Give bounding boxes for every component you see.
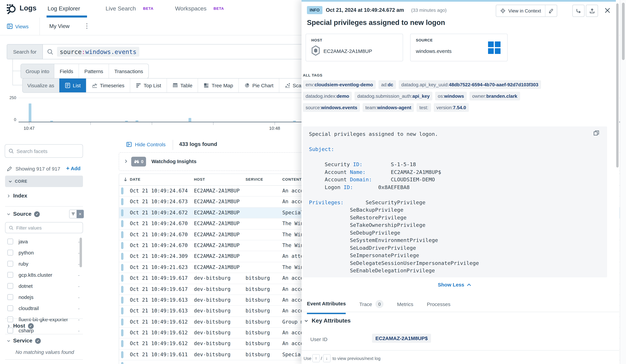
- tag-datadog.api_key_uuid[interactable]: datadog.api_key_uuid:48db7522-6594-4b70-…: [399, 80, 541, 89]
- visualize-tree-map[interactable]: Tree Map: [198, 78, 239, 92]
- tag-os[interactable]: os:windows: [435, 92, 467, 101]
- tab-live-search[interactable]: Live Search: [106, 5, 136, 12]
- facet-value-nodejs[interactable]: nodejs-: [5, 291, 83, 303]
- status-level-pill: [121, 264, 123, 271]
- column-header-content[interactable]: CONTENT: [282, 177, 302, 181]
- search-icon: [8, 148, 14, 154]
- facet-value-ruby[interactable]: ruby-: [5, 258, 83, 269]
- chart-bar[interactable]: [136, 120, 138, 122]
- checkbox[interactable]: [7, 283, 13, 289]
- log-cell: The Win: [282, 264, 304, 270]
- edit-facets-icon[interactable]: [7, 166, 12, 172]
- chart-bar[interactable]: [189, 118, 191, 122]
- panel-tab-label: Trace: [359, 301, 372, 307]
- tag-value: 7.54.0: [453, 105, 466, 110]
- facet-value-dotnet[interactable]: dotnet-: [5, 280, 83, 291]
- view-options-kebab-icon[interactable]: ⋮: [84, 22, 90, 30]
- facet-service[interactable]: Service ✓: [7, 338, 41, 344]
- facet-value-java[interactable]: java-: [5, 236, 83, 247]
- share-export-button[interactable]: [586, 5, 598, 17]
- tag-ad[interactable]: ad:dc: [378, 80, 396, 89]
- add-facet-label: Add: [71, 165, 80, 171]
- log-cell: The Win: [282, 242, 304, 248]
- column-header-service[interactable]: SERVICE: [245, 177, 263, 181]
- hint-separator: /: [321, 356, 322, 361]
- facet-source[interactable]: Source ✓: [7, 211, 40, 217]
- facet-index[interactable]: Index: [7, 193, 27, 199]
- column-header-date[interactable]: DATE: [130, 177, 141, 181]
- filter-icon[interactable]: [70, 210, 77, 218]
- clear-filter-icon[interactable]: ✕: [77, 210, 84, 218]
- checkbox[interactable]: [7, 250, 13, 255]
- tag-source[interactable]: source:windows.events: [303, 103, 360, 112]
- column-header-host[interactable]: HOST: [194, 177, 205, 181]
- attribute-value[interactable]: EC2AMAZ-2A1M8UP$: [372, 334, 431, 343]
- hide-controls-button[interactable]: Hide Controls: [126, 142, 166, 147]
- add-facet-button[interactable]: + Add: [66, 165, 80, 172]
- source-card[interactable]: SOURCE windows.events: [410, 34, 508, 61]
- edit-icon[interactable]: [545, 5, 557, 17]
- visualize-pie-chart[interactable]: Pie Chart: [239, 78, 279, 92]
- tag-version[interactable]: version:7.54.0: [434, 103, 469, 112]
- show-less-button[interactable]: Show Less: [438, 282, 471, 288]
- close-icon[interactable]: [604, 7, 611, 14]
- visualize-timeseries[interactable]: Timeseries: [86, 78, 130, 92]
- query-token[interactable]: source:windows.events: [57, 47, 139, 57]
- checkbox[interactable]: [7, 317, 13, 322]
- log-message-text: Special privileges assigned to new logon…: [309, 130, 479, 275]
- chart-bar[interactable]: [29, 104, 31, 122]
- checkbox[interactable]: [7, 261, 13, 267]
- sort-descending-icon[interactable]: [123, 177, 127, 182]
- chart-bar[interactable]: [125, 121, 128, 122]
- search-facets-input[interactable]: Search facets: [5, 144, 83, 158]
- tag-env[interactable]: env:cloudsiem-eventlog-demo: [303, 80, 376, 89]
- facet-value-cloudtrail[interactable]: cloudtrail-: [5, 303, 83, 314]
- panel-tab-label: Metrics: [397, 301, 413, 307]
- tag-datadog.submission_auth[interactable]: datadog.submission_auth:api_key: [354, 92, 432, 101]
- host-card[interactable]: HOST EC2AMAZ-2A1M8UP: [306, 34, 403, 61]
- group-tab-patterns[interactable]: Patterns: [79, 64, 109, 78]
- copy-icon[interactable]: [593, 130, 600, 137]
- key-attributes-header[interactable]: Key Attributes: [304, 318, 351, 324]
- checkbox[interactable]: [7, 272, 13, 278]
- visualize-table[interactable]: Table: [167, 78, 198, 92]
- core-group-header[interactable]: CORE: [5, 176, 83, 187]
- status-level-pill: [121, 198, 123, 205]
- tag-list: env:cloudsiem-eventlog-demoad:dcdatadog.…: [303, 80, 552, 112]
- log-cell: An acco: [282, 275, 304, 281]
- log-cell: Special: [282, 210, 304, 216]
- datadog-logs-logo[interactable]: [6, 3, 17, 14]
- chart-bar[interactable]: [293, 121, 296, 122]
- chevron-down-icon: [7, 212, 10, 216]
- facet-value-python[interactable]: python-: [5, 247, 83, 258]
- log-cell: dev-bitsburg: [194, 330, 231, 336]
- views-button[interactable]: Views: [15, 24, 29, 29]
- group-tab-transactions[interactable]: Transactions: [109, 64, 149, 78]
- tag-datadog.index[interactable]: datadog.index:demo: [303, 92, 352, 101]
- facet-list-scrollbar[interactable]: [79, 238, 82, 267]
- tag-owner[interactable]: owner:branden.clark: [470, 92, 520, 101]
- checkbox[interactable]: [7, 294, 13, 300]
- hide-controls-icon: [126, 142, 132, 147]
- query-key: source: [60, 48, 82, 55]
- facet-host[interactable]: Host ✓: [7, 323, 34, 329]
- filter-values-input[interactable]: Filter values: [5, 222, 83, 233]
- checkbox[interactable]: [7, 305, 13, 311]
- visualize-list[interactable]: List: [59, 78, 86, 92]
- facet-value-gcp.k8s.cluster[interactable]: gcp.k8s.cluster-: [5, 269, 83, 280]
- tab-log-explorer[interactable]: Log Explorer: [47, 5, 80, 12]
- panel-scrollbar[interactable]: [616, 3, 619, 168]
- group-tab-fields[interactable]: Fields: [54, 64, 79, 78]
- view-in-context-button[interactable]: View in Context: [496, 5, 545, 17]
- window-scrollbar[interactable]: [622, 3, 625, 60]
- visualize-top-list[interactable]: Top List: [130, 78, 167, 92]
- tag-value: windows: [444, 93, 464, 99]
- chart-bar[interactable]: [50, 121, 53, 122]
- status-level-pill: [121, 253, 123, 260]
- tag-test[interactable]: test:: [417, 103, 431, 112]
- related-logs-button[interactable]: [572, 5, 585, 17]
- checkbox[interactable]: [7, 239, 13, 244]
- tag-team[interactable]: team:windows-agent: [363, 103, 414, 112]
- facet-pinned-check-icon: ✓: [34, 211, 40, 217]
- tab-workspaces[interactable]: Workspaces: [175, 5, 206, 12]
